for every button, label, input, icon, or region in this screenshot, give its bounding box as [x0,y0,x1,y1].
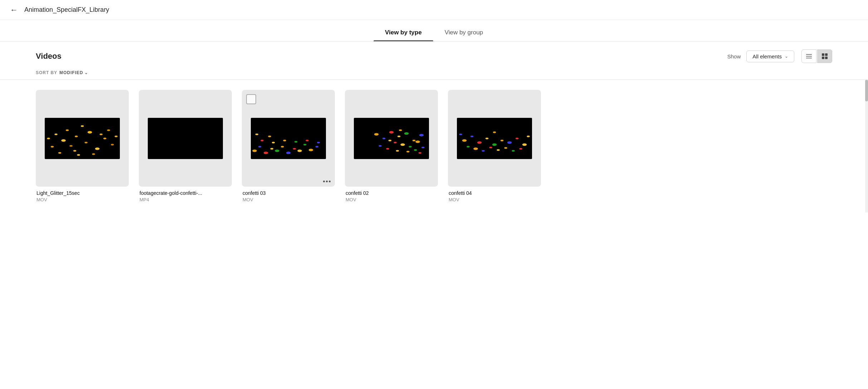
svg-point-34 [293,148,296,149]
header: ← Animation_SpecialFX_Library [0,0,868,20]
svg-point-33 [286,152,291,154]
svg-rect-4 [825,53,828,56]
svg-point-39 [260,139,263,141]
list-view-button[interactable] [801,49,816,63]
more-dot [120,181,122,182]
svg-point-53 [419,134,424,136]
video-thumbnail [36,90,129,187]
tab-by-group[interactable]: View by group [433,24,494,41]
svg-point-84 [459,133,462,135]
svg-point-86 [493,131,496,133]
svg-point-37 [309,149,313,151]
more-dot [223,181,225,182]
svg-point-10 [84,141,87,143]
svg-point-59 [386,148,389,149]
video-preview [148,118,223,159]
svg-point-85 [527,135,530,137]
more-dot [117,181,119,182]
card-checkbox[interactable] [246,94,256,104]
sort-bar: SORT BY MODIFIED ⌄ [0,69,868,80]
svg-point-15 [66,129,69,131]
video-card[interactable]: confetti 04MOV [448,90,541,202]
more-dot [432,181,434,182]
svg-point-70 [486,138,488,139]
svg-point-25 [114,135,117,137]
svg-rect-5 [822,57,824,59]
video-grid: Light_Glitter_15secMOVfootagecrate-gold-… [0,80,868,212]
svg-point-55 [400,143,405,146]
scrollbar-track [865,80,868,212]
svg-point-36 [303,144,306,145]
svg-point-63 [419,152,421,154]
svg-point-68 [470,135,473,137]
svg-point-43 [306,139,308,141]
video-type: MOV [243,197,334,202]
svg-point-81 [504,147,507,149]
elements-dropdown[interactable]: All elements ⌄ [746,51,794,62]
grid-icon [821,53,828,60]
video-card[interactable]: confetti 02MOV [345,90,438,202]
svg-point-20 [58,152,61,154]
svg-point-18 [107,129,110,131]
video-card[interactable]: Light_Glitter_15secMOV [36,90,129,202]
video-info: confetti 04MOV [448,190,541,202]
svg-point-32 [281,146,284,148]
tab-by-type[interactable]: View by type [374,24,433,41]
svg-point-69 [477,141,482,144]
svg-point-80 [497,149,499,151]
video-card[interactable]: confetti 03MOV [242,90,335,202]
svg-point-42 [294,141,297,143]
svg-point-57 [415,140,420,143]
svg-point-82 [512,150,515,152]
video-info: confetti 03MOV [242,190,335,202]
more-dot [532,181,534,182]
svg-point-9 [73,150,76,152]
sort-value-button[interactable]: MODIFIED ⌄ [59,70,88,75]
svg-point-83 [519,148,522,149]
back-button[interactable]: ← [10,6,18,14]
svg-point-22 [92,153,95,155]
video-card[interactable]: footagecrate-gold-confetti-...MP4 [139,90,232,202]
more-dot [220,181,222,182]
svg-point-11 [95,147,100,150]
toolbar: Videos Show All elements ⌄ [0,42,868,69]
svg-point-77 [473,147,478,150]
video-type: MOV [346,197,437,202]
video-info: footagecrate-gold-confetti-...MP4 [139,190,232,202]
svg-point-21 [77,154,80,156]
svg-point-50 [398,135,400,137]
svg-point-51 [404,132,409,135]
svg-point-48 [382,138,385,139]
more-dot [329,181,331,182]
more-options-button[interactable] [323,181,331,182]
svg-point-56 [409,146,411,148]
svg-point-29 [264,152,268,154]
svg-point-72 [501,139,503,141]
svg-point-61 [406,151,409,153]
svg-point-76 [467,146,469,148]
video-type: MOV [36,197,128,202]
video-thumbnail [242,90,335,187]
view-toggle [801,49,832,63]
svg-point-74 [516,138,518,139]
video-preview [45,118,120,159]
particle-fx [45,118,120,159]
show-label: Show [727,53,741,59]
svg-point-13 [111,144,114,145]
grid-view-button[interactable] [817,49,832,63]
svg-point-44 [317,141,320,143]
svg-point-79 [489,147,492,148]
svg-point-75 [522,143,527,146]
svg-point-47 [374,133,379,135]
dropdown-label: All elements [752,53,782,59]
more-dot [529,181,531,182]
svg-point-64 [379,145,381,147]
svg-point-27 [252,149,257,152]
scrollbar-thumb[interactable] [865,80,868,101]
svg-point-67 [462,139,467,141]
video-preview [354,118,429,159]
svg-point-14 [54,133,57,135]
svg-point-65 [389,139,391,141]
svg-point-28 [258,146,261,148]
svg-point-26 [75,135,78,137]
